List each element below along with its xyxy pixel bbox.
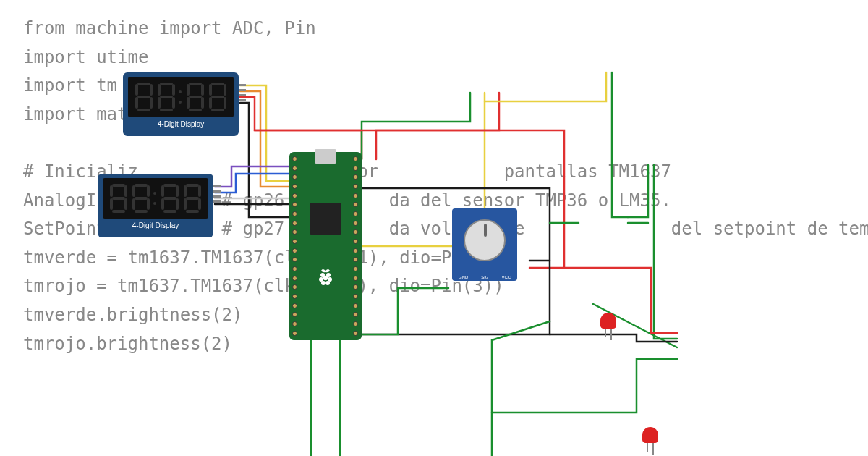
svg-point-5	[321, 281, 326, 285]
display-label: 4-Digit Display	[132, 221, 179, 229]
raspberry-icon	[317, 268, 334, 288]
pot-pins: GND SIG VCC	[452, 275, 517, 279]
knob-icon[interactable]	[464, 219, 506, 261]
tm1637-display-1: 4-Digit Display	[123, 72, 239, 136]
led-icon	[600, 313, 616, 329]
display-screen	[103, 178, 208, 219]
svg-point-6	[326, 281, 330, 285]
svg-point-3	[328, 277, 332, 282]
led-red-2	[642, 427, 658, 449]
svg-point-4	[323, 276, 328, 280]
led-icon	[642, 427, 658, 443]
potentiometer[interactable]: GND SIG VCC	[452, 208, 517, 281]
display-screen	[128, 77, 234, 117]
display-label: 4-Digit Display	[158, 120, 204, 128]
tm1637-display-2: 4-Digit Display	[98, 174, 213, 237]
svg-point-2	[319, 277, 323, 282]
usb-port-icon	[315, 149, 336, 164]
chip-icon	[310, 203, 341, 235]
raspberry-pi-pico	[289, 152, 362, 340]
led-red-1	[600, 313, 616, 334]
